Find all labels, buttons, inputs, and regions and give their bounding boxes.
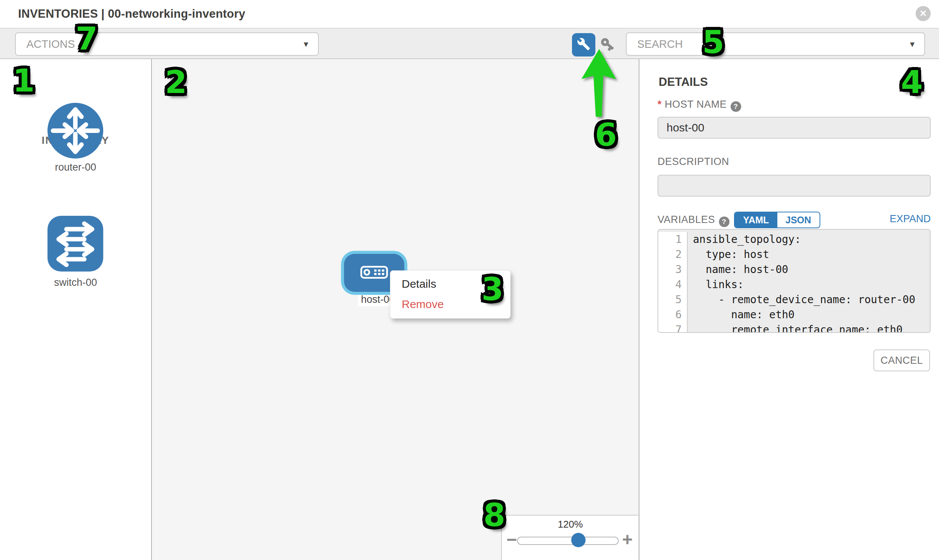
search-dropdown[interactable]: SEARCH ▾ <box>626 32 925 56</box>
actions-dropdown[interactable]: ACTIONS ▾ <box>15 32 319 56</box>
zoom-out-button[interactable]: − <box>506 531 517 549</box>
green-arrow-annotation <box>578 48 627 121</box>
variables-code-editor[interactable]: 1ansible_topology: 2 type: host 3 name: … <box>657 229 931 333</box>
code-line: 5 - remote_device_name: router-00 <box>658 292 930 307</box>
description-input[interactable] <box>657 175 931 197</box>
variables-field-label: VARIABLES? <box>657 214 729 227</box>
annotation-number-1: 1 <box>13 62 35 99</box>
annotation-number-7: 7 <box>76 20 97 57</box>
host-icon <box>360 266 388 280</box>
variables-format-toggle: YAML JSON <box>734 212 820 228</box>
annotation-number-4: 4 <box>901 64 923 100</box>
required-asterisk: * <box>657 98 661 110</box>
code-line: 6 name: eth0 <box>658 307 930 322</box>
zoom-slider-handle[interactable] <box>571 533 586 547</box>
annotation-number-5: 5 <box>702 24 724 61</box>
close-icon: ✕ <box>919 8 927 19</box>
annotation-number-3: 3 <box>481 271 503 308</box>
details-panel-title: DETAILS <box>658 75 708 89</box>
annotation-number-2: 2 <box>165 64 187 100</box>
close-button[interactable]: ✕ <box>916 6 931 21</box>
chevron-down-icon: ▾ <box>304 33 308 55</box>
description-field-label: DESCRIPTION <box>657 156 729 168</box>
expand-link[interactable]: EXPAND <box>882 213 931 225</box>
page-title: INVENTORIES | 00-networking-inventory <box>18 0 245 28</box>
host-name-field-label: *HOST NAME? <box>657 98 741 112</box>
palette-item-switch[interactable] <box>48 216 103 272</box>
palette-item-switch-label: switch-00 <box>0 277 151 288</box>
zoom-percent-value: 120% <box>502 518 639 530</box>
yaml-toggle-button[interactable]: YAML <box>735 212 777 228</box>
zoom-slider-track[interactable] <box>517 537 619 545</box>
actions-dropdown-label: ACTIONS <box>26 33 75 55</box>
topology-editor-window: INVENTORIES | 00-networking-inventory ✕ … <box>0 0 939 560</box>
json-toggle-button[interactable]: JSON <box>777 212 820 228</box>
host-name-input[interactable]: host-00 <box>657 117 931 138</box>
annotation-number-8: 8 <box>483 497 505 534</box>
code-line: 4 links: <box>658 277 930 292</box>
chevron-down-icon: ▾ <box>910 33 914 55</box>
code-line: 7 remote_interface_name: eth0 <box>658 322 930 333</box>
annotation-number-6: 6 <box>595 116 617 153</box>
header-bar: INVENTORIES | 00-networking-inventory ✕ <box>0 0 939 28</box>
help-icon[interactable]: ? <box>731 101 741 112</box>
code-line: 2 type: host <box>658 247 930 262</box>
zoom-control: 120% − + <box>501 515 638 560</box>
help-icon[interactable]: ? <box>719 217 729 227</box>
palette-item-router-label: router-00 <box>0 162 151 173</box>
zoom-in-button[interactable]: + <box>622 531 633 549</box>
palette-item-router[interactable] <box>48 103 103 158</box>
code-line: 3 name: host-00 <box>658 262 930 277</box>
code-line: 1ansible_topology: <box>658 232 930 247</box>
search-dropdown-label: SEARCH <box>637 33 683 55</box>
cancel-button[interactable]: CANCEL <box>873 349 930 371</box>
